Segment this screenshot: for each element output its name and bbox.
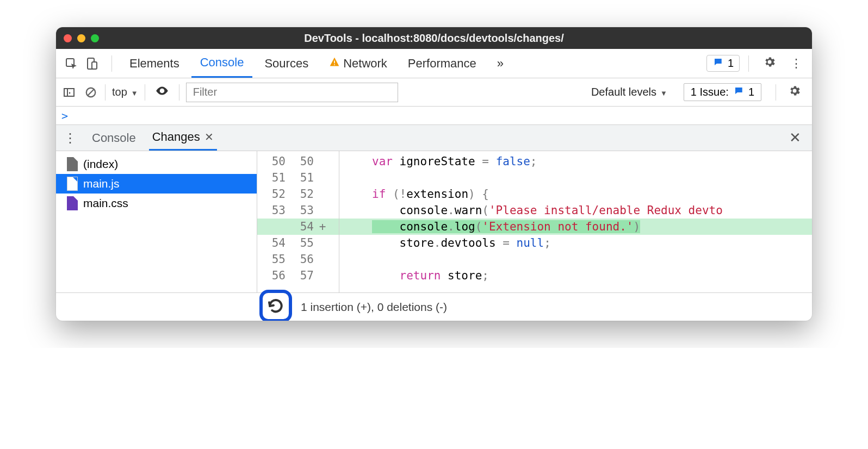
divider — [145, 84, 145, 101]
close-icon[interactable]: ✕ — [204, 130, 214, 144]
clear-console-icon[interactable] — [83, 85, 98, 100]
chevron-down-icon — [659, 86, 667, 98]
svg-rect-4 — [334, 64, 335, 65]
drawer-tab-changes[interactable]: Changes ✕ — [149, 125, 217, 151]
tab-network[interactable]: Network — [320, 49, 396, 78]
diff-view: 505051515252535354+545555565657 var igno… — [257, 151, 812, 292]
file-name: (index) — [83, 158, 118, 171]
gutter-line: 5455 — [257, 235, 339, 251]
issues-icon — [733, 86, 744, 98]
log-levels-selector[interactable]: Default levels — [591, 86, 667, 98]
file-name: main.css — [83, 197, 128, 210]
drawer-tab-changes-label: Changes — [152, 130, 200, 144]
code-line — [339, 251, 812, 267]
issues-indicator[interactable]: 1 — [706, 55, 740, 72]
code-line: return store; — [339, 267, 812, 284]
tab-console[interactable]: Console — [191, 49, 253, 78]
changes-statusbar: 1 insertion (+), 0 deletions (-) — [56, 292, 812, 321]
console-toolbar: top Default levels 1 Issue: 1 — [56, 78, 812, 107]
svg-rect-3 — [334, 60, 335, 63]
drawer-tab-console[interactable]: Console — [89, 125, 139, 151]
issues-icon — [712, 57, 723, 70]
divider — [179, 84, 179, 101]
drawer-more-menu-icon[interactable]: ⋮ — [61, 130, 79, 146]
main-tabs: Elements Console Sources Network Perform… — [56, 49, 812, 78]
gutter-line: 5151 — [257, 170, 339, 186]
console-prompt[interactable]: > — [56, 107, 812, 125]
prompt-chevron-icon: > — [61, 109, 68, 122]
file-icon — [67, 177, 78, 191]
code-line: console.log('Extension not found.') — [339, 219, 812, 235]
tab-elements[interactable]: Elements — [121, 49, 188, 78]
divider — [748, 55, 749, 72]
issues-count: 1 — [728, 57, 734, 70]
divider — [105, 84, 106, 101]
more-menu-icon[interactable]: ⋮ — [785, 57, 808, 71]
file-name: main.js — [83, 177, 120, 190]
traffic-lights — [64, 34, 99, 42]
gutter-line: 5252 — [257, 186, 339, 202]
warning-icon — [329, 57, 340, 71]
gutter-line: 54+ — [257, 219, 339, 235]
gutter-line: 5353 — [257, 202, 339, 219]
filter-input[interactable] — [186, 83, 398, 102]
code-line: if (!extension) { — [339, 186, 812, 202]
issues-label: 1 Issue: — [691, 86, 729, 98]
chevron-down-icon — [129, 86, 138, 98]
drawer-close-button[interactable]: ✕ — [784, 129, 807, 146]
device-toolbar-icon[interactable] — [85, 57, 98, 70]
file-icon — [67, 196, 78, 210]
context-selector[interactable]: top — [112, 86, 138, 98]
live-expression-icon[interactable] — [152, 84, 172, 101]
file-icon — [67, 157, 78, 171]
window-title: DevTools - localhost:8080/docs/devtools/… — [56, 32, 812, 45]
console-settings-gear-icon[interactable] — [783, 84, 807, 101]
devtools-window: DevTools - localhost:8080/docs/devtools/… — [56, 27, 812, 321]
settings-gear-icon[interactable] — [758, 55, 782, 72]
tab-performance[interactable]: Performance — [399, 49, 485, 78]
changes-panel: (index) main.js main.css 505051515252535… — [56, 151, 812, 292]
file-row-main-js[interactable]: main.js — [56, 174, 257, 194]
window-zoom-button[interactable] — [91, 34, 99, 42]
code-line: console.warn('Please install/enable Redu… — [339, 202, 812, 219]
context-label: top — [112, 86, 127, 98]
window-close-button[interactable] — [64, 34, 72, 42]
console-sidebar-toggle-icon[interactable] — [61, 85, 77, 100]
gutter-line: 5657 — [257, 267, 339, 284]
svg-rect-2 — [92, 62, 97, 69]
divider — [111, 55, 112, 72]
code-line: store.devtools = null; — [339, 235, 812, 251]
diff-code: var ignoreState = false; if (!extension)… — [339, 151, 812, 292]
divider — [776, 84, 776, 101]
tab-sources[interactable]: Sources — [256, 49, 317, 78]
changes-summary: 1 insertion (+), 0 deletions (-) — [301, 301, 447, 314]
more-tabs-chevron[interactable]: » — [488, 49, 512, 78]
gutter-line: 5556 — [257, 251, 339, 267]
file-row-main-css[interactable]: main.css — [56, 194, 257, 213]
issues-count: 1 — [748, 86, 754, 98]
drawer-tabs: ⋮ Console Changes ✕ ✕ — [56, 125, 812, 151]
changed-files-list: (index) main.js main.css — [56, 151, 257, 292]
tab-network-label: Network — [343, 57, 387, 71]
file-row-index[interactable]: (index) — [56, 154, 257, 174]
levels-label: Default levels — [591, 86, 656, 98]
gutter-line: 5050 — [257, 153, 339, 170]
issues-button[interactable]: 1 Issue: 1 — [684, 83, 761, 101]
code-line — [339, 170, 812, 186]
inspect-icon[interactable] — [65, 57, 78, 70]
code-line: var ignoreState = false; — [339, 153, 812, 170]
diff-gutter: 505051515252535354+545555565657 — [257, 151, 339, 292]
window-minimize-button[interactable] — [77, 34, 85, 42]
titlebar: DevTools - localhost:8080/docs/devtools/… — [56, 27, 812, 49]
revert-button[interactable] — [259, 290, 292, 321]
